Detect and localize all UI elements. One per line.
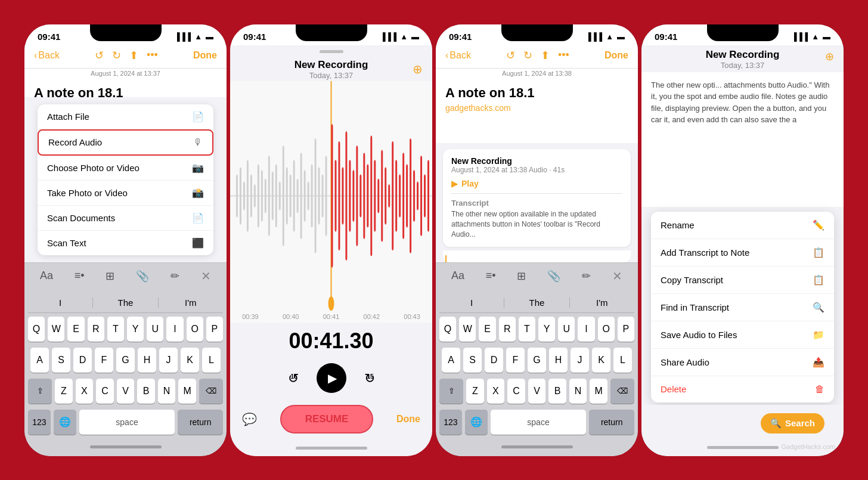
undo-icon[interactable]: ↺ (95, 49, 104, 62)
key-x-3[interactable]: X (487, 379, 505, 404)
pencil-icon[interactable]: ✏ (170, 270, 179, 283)
key-j-3[interactable]: J (571, 348, 589, 373)
record-audio-item[interactable]: Record Audio 🎙 (38, 129, 213, 156)
key-e-3[interactable]: E (479, 317, 495, 342)
redo-icon[interactable]: ↻ (112, 49, 121, 62)
undo-icon-3[interactable]: ↺ (506, 49, 515, 62)
audio-play-button[interactable]: ▶ Play (451, 179, 479, 188)
ctx-rename[interactable]: Rename ✏️ (651, 212, 834, 239)
font-icon-3[interactable]: Aa (451, 270, 464, 282)
key-z[interactable]: Z (55, 379, 73, 404)
key-l-3[interactable]: L (613, 348, 632, 373)
key-z-3[interactable]: Z (466, 379, 484, 404)
table-icon[interactable]: ⊞ (106, 270, 114, 283)
key-space-3[interactable]: space (491, 410, 587, 435)
attach-file-item[interactable]: Attach File 📄 (38, 104, 213, 129)
key-n-3[interactable]: N (569, 379, 587, 404)
kb-sug-the[interactable]: The (93, 298, 158, 308)
attach-icon[interactable]: 📎 (136, 270, 149, 283)
key-globe-3[interactable]: 🌐 (465, 410, 488, 435)
key-g[interactable]: G (116, 348, 135, 373)
key-v[interactable]: V (117, 379, 135, 404)
key-backspace-3[interactable]: ⌫ (610, 379, 634, 404)
search-bar[interactable]: 🔍 Search (761, 413, 824, 433)
key-e[interactable]: E (67, 317, 84, 342)
key-i-3[interactable]: I (578, 317, 594, 342)
key-k-3[interactable]: K (592, 348, 610, 373)
key-s-3[interactable]: S (463, 348, 482, 373)
choose-photo-item[interactable]: Choose Photo or Video 📷 (38, 156, 213, 181)
key-t[interactable]: T (107, 317, 124, 342)
key-q[interactable]: Q (28, 317, 45, 342)
key-return[interactable]: return (178, 410, 223, 435)
key-r[interactable]: R (88, 317, 104, 342)
key-m-3[interactable]: M (590, 379, 607, 404)
key-p[interactable]: P (206, 317, 223, 342)
key-w[interactable]: W (48, 317, 64, 342)
key-s[interactable]: S (52, 348, 70, 373)
scan-docs-item[interactable]: Scan Documents 📄 (38, 206, 213, 231)
key-q-3[interactable]: Q (439, 317, 456, 342)
kb-sug-i[interactable]: I (28, 298, 93, 308)
table-icon-3[interactable]: ⊞ (517, 270, 526, 283)
key-m[interactable]: M (178, 379, 196, 404)
key-d[interactable]: D (73, 348, 92, 373)
key-o[interactable]: O (187, 317, 203, 342)
key-w-3[interactable]: W (459, 317, 476, 342)
key-l[interactable]: L (202, 348, 221, 373)
key-b-3[interactable]: B (548, 379, 566, 404)
key-shift-3[interactable]: ⇧ (439, 379, 463, 404)
more-icon-2[interactable]: ⊕ (413, 62, 423, 76)
key-shift[interactable]: ⇧ (28, 379, 52, 404)
key-t-3[interactable]: T (519, 317, 535, 342)
key-p-3[interactable]: P (618, 317, 634, 342)
ctx-delete[interactable]: Delete 🗑 (651, 376, 834, 402)
resume-button[interactable]: RESUME (280, 405, 374, 433)
more-icon-3[interactable]: ••• (558, 49, 569, 61)
back-button-1[interactable]: ‹ Back (34, 50, 60, 61)
more-icon-4[interactable]: ⊕ (825, 50, 834, 63)
list-icon-3[interactable]: ≡• (486, 270, 496, 282)
kb-sug-i-3[interactable]: I (439, 298, 504, 308)
key-u-3[interactable]: U (558, 317, 575, 342)
list-icon[interactable]: ≡• (75, 270, 85, 282)
chat-icon[interactable]: 💬 (242, 412, 257, 426)
key-space[interactable]: space (79, 410, 175, 435)
key-c[interactable]: C (96, 379, 114, 404)
more-icon[interactable]: ••• (147, 49, 158, 61)
pencil-icon-3[interactable]: ✏ (582, 270, 591, 283)
ctx-find-transcript[interactable]: Find in Transcript 🔍 (651, 294, 834, 321)
ctx-share-audio[interactable]: Share Audio 📤 (651, 349, 834, 376)
attach-icon-3[interactable]: 📎 (547, 270, 560, 283)
key-j[interactable]: J (159, 348, 178, 373)
font-icon[interactable]: Aa (40, 270, 53, 282)
key-n[interactable]: N (158, 379, 176, 404)
key-f-3[interactable]: F (506, 348, 525, 373)
play-button[interactable]: ▶ (317, 363, 346, 393)
key-u[interactable]: U (147, 317, 163, 342)
key-h[interactable]: H (138, 348, 156, 373)
key-v-3[interactable]: V (528, 379, 546, 404)
take-photo-item[interactable]: Take Photo or Video 📸 (38, 181, 213, 206)
key-k[interactable]: K (181, 348, 199, 373)
key-return-3[interactable]: return (589, 410, 634, 435)
key-globe[interactable]: 🌐 (54, 410, 76, 435)
key-d-3[interactable]: D (485, 348, 503, 373)
kb-sug-im-3[interactable]: I'm (570, 298, 634, 308)
key-y[interactable]: Y (127, 317, 144, 342)
scan-text-item[interactable]: Scan Text ⬛ (38, 231, 213, 255)
key-backspace[interactable]: ⌫ (199, 379, 223, 404)
ctx-add-transcript[interactable]: Add Transcript to Note 📋 (651, 239, 834, 267)
key-h-3[interactable]: H (549, 348, 568, 373)
back-button-3[interactable]: ‹ Back (445, 50, 471, 61)
ctx-save-audio[interactable]: Save Audio to Files 📁 (651, 321, 834, 349)
done-button-3[interactable]: Done (604, 50, 628, 61)
kb-sug-the-3[interactable]: The (504, 298, 569, 308)
note-link-3[interactable]: gadgethacks.com (445, 103, 628, 113)
key-y-3[interactable]: Y (538, 317, 555, 342)
close-icon[interactable]: ✕ (201, 269, 211, 283)
close-icon-3[interactable]: ✕ (612, 269, 622, 283)
fastforward-icon[interactable]: ↻15 (364, 368, 375, 387)
done-link[interactable]: Done (396, 414, 420, 425)
key-r-3[interactable]: R (499, 317, 516, 342)
